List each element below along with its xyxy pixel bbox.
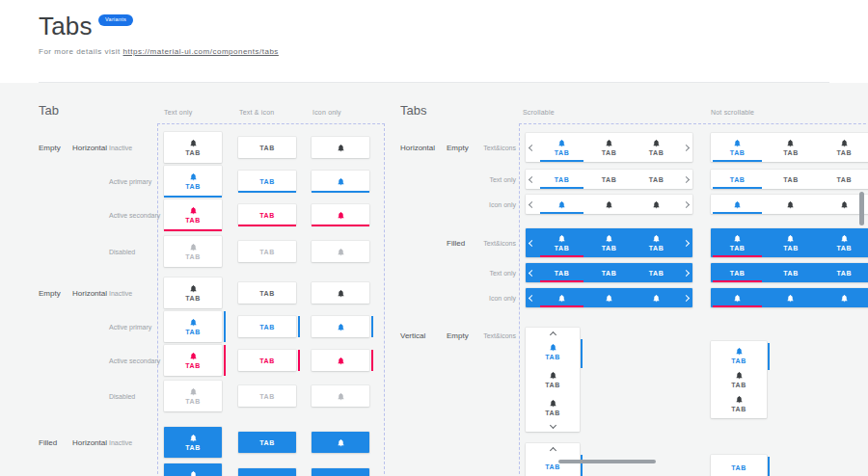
tab[interactable]: TAB — [538, 228, 585, 257]
tab[interactable] — [538, 195, 585, 214]
tab[interactable]: TAB — [711, 228, 764, 257]
tab[interactable] — [312, 385, 369, 407]
tab[interactable]: TAB — [238, 204, 296, 225]
tab[interactable]: TAB — [164, 381, 222, 411]
tab[interactable]: TAB — [164, 427, 222, 458]
scroll-left-button[interactable] — [526, 263, 538, 282]
tab[interactable]: TAB — [164, 345, 222, 376]
tab[interactable]: TAB — [764, 170, 817, 189]
tab[interactable] — [585, 195, 633, 214]
scroll-up-button[interactable] — [526, 331, 580, 338]
tab-bar: TABTABTAB — [711, 133, 868, 162]
tab[interactable] — [312, 432, 369, 453]
docs-link[interactable]: https://material-ui.com/components/tabs — [123, 47, 279, 56]
horizontal-scrollbar-thumb[interactable] — [558, 460, 656, 463]
tab[interactable]: TAB — [164, 278, 222, 308]
scroll-right-button[interactable] — [680, 195, 692, 214]
tab[interactable] — [633, 288, 680, 307]
tab[interactable]: TAB — [764, 228, 817, 257]
tab[interactable]: TAB — [711, 458, 767, 476]
tab[interactable] — [312, 137, 369, 158]
tab[interactable]: TAB — [238, 468, 296, 476]
bell-icon — [337, 438, 345, 447]
tab[interactable]: TAB — [818, 170, 868, 189]
tab[interactable]: TAB — [711, 344, 767, 368]
active-indicator — [238, 225, 296, 226]
scroll-right-button[interactable] — [680, 288, 692, 307]
tab[interactable]: TAB — [238, 137, 296, 158]
tab[interactable]: TAB — [585, 170, 633, 189]
tab[interactable]: TAB — [164, 166, 222, 197]
tab[interactable]: TAB — [711, 263, 764, 282]
tab[interactable] — [312, 468, 369, 476]
tab[interactable] — [711, 195, 764, 214]
scroll-right-button[interactable] — [680, 170, 692, 189]
tab[interactable] — [312, 350, 369, 371]
tab[interactable]: TAB — [526, 338, 580, 366]
tab[interactable]: TAB — [818, 133, 868, 162]
tab[interactable]: TAB — [818, 263, 868, 282]
scroll-left-button[interactable] — [526, 195, 538, 214]
tab[interactable]: TAB — [711, 391, 767, 415]
tab[interactable] — [764, 195, 817, 214]
tab[interactable]: TAB — [164, 463, 222, 476]
tab[interactable] — [585, 288, 633, 307]
tab[interactable] — [312, 282, 369, 304]
tab[interactable]: TAB — [238, 350, 296, 371]
vertical-scrollbar-thumb[interactable] — [859, 192, 864, 225]
tab[interactable]: TAB — [526, 366, 580, 394]
bell-icon — [189, 318, 198, 327]
tab[interactable]: TAB — [538, 170, 585, 189]
tab[interactable]: TAB — [164, 132, 222, 163]
scroll-up-button[interactable] — [526, 446, 580, 454]
scroll-left-button[interactable] — [526, 228, 538, 257]
tab[interactable]: TAB — [633, 170, 680, 189]
scroll-right-button[interactable] — [680, 263, 692, 282]
tab[interactable] — [711, 288, 764, 307]
tab[interactable]: TAB — [238, 385, 296, 407]
scroll-right-button[interactable] — [680, 228, 692, 257]
tab-label: TAB — [259, 357, 275, 364]
tab[interactable]: TAB — [764, 133, 817, 162]
tab[interactable]: TAB — [711, 133, 764, 162]
tab[interactable]: TAB — [526, 454, 580, 476]
tab-label: TAB — [555, 149, 570, 156]
tab[interactable]: TAB — [633, 263, 680, 282]
scroll-left-button[interactable] — [526, 133, 538, 162]
tab[interactable] — [312, 204, 369, 225]
tab[interactable] — [633, 195, 680, 214]
tab[interactable]: TAB — [633, 133, 680, 162]
tab[interactable]: TAB — [711, 170, 764, 189]
tab[interactable]: TAB — [238, 282, 296, 304]
tab[interactable]: TAB — [711, 368, 767, 392]
tab[interactable]: TAB — [238, 171, 296, 192]
scroll-left-button[interactable] — [526, 288, 538, 307]
tab[interactable]: TAB — [164, 199, 222, 230]
tab[interactable]: TAB — [585, 263, 633, 282]
scroll-down-button[interactable] — [526, 421, 580, 429]
tab[interactable] — [764, 288, 817, 307]
tab[interactable]: TAB — [538, 133, 585, 162]
tab[interactable]: TAB — [164, 236, 222, 267]
label: Disabled — [109, 249, 135, 255]
scroll-right-button[interactable] — [680, 133, 692, 162]
tab[interactable] — [312, 171, 369, 192]
tab[interactable] — [312, 316, 369, 337]
tab-label: TAB — [602, 176, 617, 183]
tab[interactable]: TAB — [585, 228, 633, 257]
tab[interactable]: TAB — [585, 133, 633, 162]
scroll-left-button[interactable] — [526, 170, 538, 189]
tab[interactable] — [312, 241, 369, 262]
tab[interactable]: TAB — [538, 263, 585, 282]
tab[interactable]: TAB — [238, 432, 296, 453]
tab[interactable]: TAB — [164, 311, 222, 342]
tab[interactable] — [818, 288, 868, 307]
tab[interactable]: TAB — [633, 228, 680, 257]
label: Text&icons — [477, 332, 516, 339]
tab[interactable] — [538, 288, 585, 307]
tab[interactable]: TAB — [238, 241, 296, 262]
tab[interactable]: TAB — [238, 316, 296, 337]
tab[interactable]: TAB — [764, 263, 817, 282]
tab[interactable]: TAB — [818, 228, 868, 257]
tab[interactable]: TAB — [526, 393, 580, 421]
